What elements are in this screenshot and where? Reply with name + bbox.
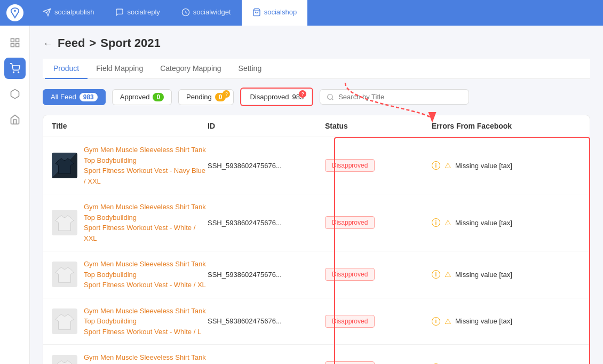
status-cell: Disapproved <box>325 159 432 172</box>
product-title: Gym Men Muscle Sleeveless Shirt Tank Top… <box>84 145 208 186</box>
header-status: Status <box>325 122 432 130</box>
pending-question: ? <box>223 90 230 98</box>
product-title: Gym Men Muscle Sleeveless Shirt Tank Top… <box>84 259 208 290</box>
search-icon <box>327 93 334 101</box>
svg-rect-6 <box>15 44 19 47</box>
status-badge: Disapproved <box>325 159 375 172</box>
sidebar-item-dashboard[interactable] <box>4 32 26 53</box>
info-icon: i <box>432 270 440 279</box>
table-header: Title ID Status Errors From Facebook <box>43 115 590 137</box>
nav-tab-socialshop[interactable]: socialshop <box>242 0 307 26</box>
sidebar-item-socialshop[interactable] <box>4 58 26 79</box>
errors-cell: i ⚠ Missing value [tax] <box>432 270 581 279</box>
product-cell: Gym Men Muscle Sleeveless Shirt Tank Top… <box>52 306 208 337</box>
table-row: Gym Men Muscle Sleeveless Shirt Tank Top… <box>43 298 590 345</box>
filter-bar: All Feed 983 Approved 0 Pending 0 ? Disa… <box>43 88 590 106</box>
pending-wrap: 0 ? <box>215 93 226 101</box>
disapproved-question: ? <box>299 90 306 98</box>
product-thumb <box>52 153 77 178</box>
product-id: SSH_5938602475676... <box>208 162 325 170</box>
filter-all-feed[interactable]: All Feed 983 <box>43 89 106 105</box>
back-arrow[interactable]: ← <box>43 37 53 50</box>
filter-pending[interactable]: Pending 0 ? <box>178 89 234 105</box>
svg-rect-5 <box>11 44 14 47</box>
status-cell: Disapproved <box>325 361 432 364</box>
warn-icon: ⚠ <box>443 161 452 170</box>
table-row: Gym Men Muscle Sleeveless Shirt Tank Top… <box>43 251 590 298</box>
main-content: ← Feed > Sport 2021 Product Field Mappin… <box>30 26 603 364</box>
product-cell: Gym Men Muscle Sleeveless Shirt Tank Top… <box>52 202 208 243</box>
warn-icon: ⚠ <box>443 317 452 326</box>
header-errors: Errors From Facebook <box>432 122 581 130</box>
search-box <box>320 89 469 105</box>
product-title: Gym Men Muscle Sleeveless Shirt Tank Top… <box>84 202 208 243</box>
warn-icon: ⚠ <box>443 218 452 227</box>
table-row: Gym Men Muscle Sleeveless Shirt Tank Top… <box>43 137 590 194</box>
app-logo[interactable] <box>6 4 23 21</box>
layout: ← Feed > Sport 2021 Product Field Mappin… <box>0 26 603 364</box>
sidebar-item-store[interactable] <box>4 109 26 130</box>
product-id: SSH_5938602475676... <box>208 317 325 325</box>
header-id: ID <box>208 122 325 130</box>
product-thumb <box>52 308 77 334</box>
tab-category-mapping[interactable]: Category Mapping <box>152 59 229 79</box>
header-title: Title <box>52 122 208 130</box>
status-badge: Disapproved <box>325 361 375 364</box>
svg-rect-4 <box>15 39 19 42</box>
approved-count: 0 <box>153 93 164 101</box>
tab-setting[interactable]: Setting <box>230 59 271 79</box>
disapproved-highlight-box: Disapproved 983 ? <box>240 88 313 106</box>
status-cell: Disapproved <box>325 216 432 229</box>
status-badge: Disapproved <box>325 315 375 328</box>
info-icon: i <box>432 317 440 326</box>
product-id: SSH_5938602475676... <box>208 271 325 279</box>
nav-tab-socialpublish[interactable]: socialpublish <box>32 0 105 26</box>
table-row: Gym Men Muscle Sleeveless Shirt Tank Top… <box>43 194 590 251</box>
nav-tabs: socialpublish socialreply socialwidget s… <box>32 0 307 26</box>
product-table: Title ID Status Errors From Facebook <box>43 115 590 364</box>
errors-cell: i ⚠ Missing value [tax] <box>432 317 581 326</box>
table-row: Gym Men Muscle Sleeveless Shirt Tank Top… <box>43 345 590 364</box>
badge-red-wrap: 983 ? <box>292 93 304 101</box>
product-cell: Gym Men Muscle Sleeveless Shirt Tank Top… <box>52 259 208 290</box>
breadcrumb-separator: > <box>89 36 96 50</box>
page-tabs: Product Field Mapping Category Mapping S… <box>43 59 590 79</box>
info-icon: i <box>432 218 440 227</box>
svg-point-0 <box>14 10 16 12</box>
all-feed-count: 983 <box>80 93 98 101</box>
product-thumb <box>52 262 77 287</box>
status-cell: Disapproved <box>325 268 432 281</box>
product-title: Gym Men Muscle Sleeveless Shirt Tank Top… <box>84 306 208 337</box>
breadcrumb-feed: Feed <box>58 36 85 50</box>
product-cell: Gym Men Muscle Sleeveless Shirt Tank Top… <box>52 145 208 186</box>
svg-point-8 <box>18 72 19 73</box>
search-input[interactable] <box>338 93 462 101</box>
filter-disapproved[interactable]: Disapproved 983 ? <box>242 90 311 104</box>
product-id: SSH_5938602475676... <box>208 219 325 227</box>
warn-icon: ⚠ <box>443 270 452 279</box>
info-icon: i <box>432 161 440 170</box>
product-thumb <box>52 210 77 235</box>
tab-product[interactable]: Product <box>45 59 88 79</box>
status-cell: Disapproved <box>325 315 432 328</box>
errors-cell: i ⚠ Missing value [tax] <box>432 161 581 170</box>
top-nav: socialpublish socialreply socialwidget s… <box>0 0 603 26</box>
filter-approved[interactable]: Approved 0 <box>112 89 172 105</box>
svg-point-7 <box>13 72 14 73</box>
sidebar-item-box[interactable] <box>4 83 26 105</box>
product-thumb <box>52 355 77 364</box>
errors-cell: i ⚠ Missing value [tax] <box>432 218 581 227</box>
svg-point-9 <box>328 94 332 99</box>
nav-tab-socialwidget[interactable]: socialwidget <box>171 0 242 26</box>
nav-tab-socialreply[interactable]: socialreply <box>105 0 170 26</box>
sidebar <box>0 26 30 364</box>
table-section: Title ID Status Errors From Facebook <box>43 115 590 364</box>
status-badge: Disapproved <box>325 268 375 281</box>
tab-field-mapping[interactable]: Field Mapping <box>88 59 152 79</box>
breadcrumb-current: Sport 2021 <box>100 36 161 50</box>
status-badge: Disapproved <box>325 216 375 229</box>
breadcrumb: ← Feed > Sport 2021 <box>43 36 590 50</box>
product-cell: Gym Men Muscle Sleeveless Shirt Tank Top… <box>52 352 208 364</box>
svg-rect-3 <box>11 39 14 42</box>
product-title: Gym Men Muscle Sleeveless Shirt Tank Top… <box>84 352 208 364</box>
